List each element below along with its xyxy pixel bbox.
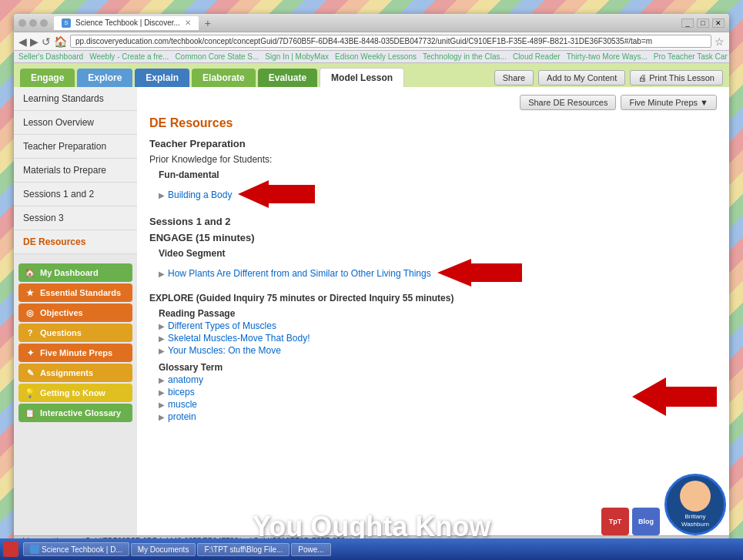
- five-minute-preps-button[interactable]: Five Minute Preps ▼: [621, 95, 717, 110]
- tab-evaluate[interactable]: Evaluate: [258, 69, 317, 87]
- home-icon[interactable]: 🏠: [54, 35, 67, 48]
- blog-badge[interactable]: Blog: [632, 508, 660, 535]
- browser-tab[interactable]: S Science Techbook | Discover... ✕: [54, 16, 199, 30]
- sidebar-btn-assignments[interactable]: ✎ Assignments: [18, 364, 132, 382]
- bookmark-protask[interactable]: Pro Teacher Task Car: [654, 52, 728, 61]
- new-tab-icon[interactable]: +: [205, 17, 211, 29]
- window-minimize-icon[interactable]: _: [681, 18, 694, 28]
- print-button[interactable]: 🖨 Print This Lesson: [630, 70, 723, 86]
- dropdown-arrow-icon: ▼: [700, 98, 708, 107]
- fundamental-block: Fun-damental ▶ Building a Body: [159, 169, 717, 208]
- taskbar-tpt-stuff[interactable]: F:\TPT stuff\Blog File...: [197, 543, 290, 556]
- window-close-icon[interactable]: ✕: [712, 18, 725, 28]
- content-area: Share DE Resources Five Minute Preps ▼ D…: [137, 87, 729, 535]
- teacher-preparation-heading: Teacher Preparation: [149, 138, 717, 149]
- tab-elaborate[interactable]: Elaborate: [192, 69, 256, 87]
- engage-label: ENGAGE (15 minutes): [149, 232, 717, 243]
- link-arrow-icon: ▶: [159, 191, 165, 200]
- reading-link-0[interactable]: ▶ Different Types of Muscles: [159, 320, 717, 331]
- video-link[interactable]: ▶ How Plants Are Different from and Simi…: [159, 268, 431, 279]
- close-dot[interactable]: [18, 19, 26, 27]
- sidebar-item-lesson-overview[interactable]: Lesson Overview: [14, 111, 137, 135]
- tab-explain[interactable]: Explain: [135, 69, 189, 87]
- tab-close-icon[interactable]: ✕: [185, 18, 191, 27]
- add-to-my-content-button[interactable]: Add to My Content: [538, 70, 625, 86]
- tab-icon: S: [62, 18, 71, 28]
- bookmark-weebly[interactable]: Weebly - Create a fre...: [89, 52, 169, 61]
- minimize-dot[interactable]: [29, 19, 37, 27]
- avatar-badge: Brittany Washburn: [664, 474, 726, 535]
- reading-link-1[interactable]: ▶ Skeletal Muscles-Move That Body!: [159, 333, 717, 344]
- video-link-arrow-icon: ▶: [159, 270, 165, 278]
- sidebar-item-de-resources[interactable]: DE Resources: [14, 230, 137, 254]
- glossary-link-3[interactable]: ▶ protein: [159, 411, 626, 422]
- sessions-heading: Sessions 1 and 2: [149, 216, 717, 227]
- sidebar-btn-getting-to-know[interactable]: 💡 Getting to Know: [18, 384, 132, 402]
- glossary-arrow-3: ▶: [159, 413, 165, 421]
- sidebar-btn-essential-standards[interactable]: ★ Essential Standards: [18, 283, 132, 302]
- nav-tabs-bar: Engage Explore Explain Elaborate Evaluat…: [14, 63, 729, 87]
- glossary-link-1[interactable]: ▶ biceps: [159, 387, 626, 397]
- taskbar-science-techbook[interactable]: Science Techbook | D...: [23, 542, 129, 556]
- avatar-name-line2: Washburn: [681, 521, 709, 528]
- red-arrow-3: [632, 377, 717, 416]
- tab-explore[interactable]: Explore: [77, 69, 132, 87]
- reading-arrow-1: ▶: [159, 334, 165, 343]
- taskbar-my-documents[interactable]: My Documents: [131, 543, 196, 556]
- avatar-name-line1: Brittany: [684, 513, 705, 521]
- gettingto-icon: 💡: [25, 387, 35, 398]
- sidebar: Learning Standards Lesson Overview Teach…: [14, 87, 137, 535]
- reading-passage-block: Reading Passage ▶ Different Types of Mus…: [159, 308, 717, 356]
- sidebar-btn-questions[interactable]: ? Questions: [18, 324, 132, 342]
- tpt-badges: TpT Blog: [601, 508, 660, 535]
- bookmark-dashboard[interactable]: Seller's Dashboard: [18, 52, 83, 61]
- tab-engage[interactable]: Engage: [20, 69, 75, 87]
- video-segment-block: Video Segment ▶ How Plants Are Different…: [159, 248, 717, 287]
- bookmark-tech[interactable]: Technology in the Clas...: [423, 52, 507, 61]
- address-bar[interactable]: pp.discoveryeducation.com/techbook/conce…: [70, 35, 711, 48]
- content-topbar: Share DE Resources Five Minute Preps ▼: [149, 95, 717, 110]
- glossary-term-label: Glossary Term: [159, 362, 626, 373]
- bookmark-edison[interactable]: Edison Weekly Lessons: [335, 52, 417, 61]
- svg-marker-1: [437, 259, 522, 287]
- fivemin-icon: ✦: [25, 347, 35, 358]
- maximize-dot[interactable]: [40, 19, 48, 27]
- sidebar-item-teacher-preparation[interactable]: Teacher Preparation: [14, 135, 137, 159]
- red-arrow-2: [437, 259, 522, 287]
- glossary-arrow-0: ▶: [159, 376, 165, 384]
- sidebar-item-sessions-1-2[interactable]: Sessions 1 and 2: [14, 183, 137, 206]
- sidebar-item-learning-standards[interactable]: Learning Standards: [14, 87, 137, 111]
- tab-model-lesson[interactable]: Model Lesson: [320, 68, 404, 87]
- essential-icon: ★: [25, 287, 35, 298]
- taskbar-powerpoint[interactable]: Powe...: [291, 543, 330, 556]
- sidebar-btn-objectives[interactable]: ◎ Objectives: [18, 303, 132, 322]
- glossary-link-0[interactable]: ▶ anatomy: [159, 374, 626, 385]
- sidebar-btn-my-dashboard[interactable]: 🏠 My Dashboard: [18, 263, 132, 282]
- sidebar-btn-five-minute-preps[interactable]: ✦ Five Minute Preps: [18, 344, 132, 362]
- forward-icon[interactable]: ▶: [30, 35, 38, 48]
- reading-link-2[interactable]: ▶ Your Muscles: On the Move: [159, 345, 717, 356]
- sidebar-btn-interactive-glossary[interactable]: 📋 Interactive Glossary: [18, 404, 132, 422]
- glossary-arrow-1: ▶: [159, 388, 165, 397]
- tpt-badge[interactable]: TpT: [601, 508, 629, 535]
- building-a-body-link[interactable]: ▶ Building a Body: [159, 189, 232, 200]
- back-icon[interactable]: ◀: [18, 35, 27, 48]
- prior-knowledge-label: Prior Knowledge for Students:: [149, 154, 717, 165]
- questions-icon: ?: [25, 327, 35, 338]
- bookmark-moby[interactable]: Sign In | MobyMax: [265, 52, 329, 61]
- window-maximize-icon[interactable]: □: [697, 18, 709, 28]
- video-segment-label: Video Segment: [159, 248, 717, 259]
- sidebar-item-session-3[interactable]: Session 3: [14, 206, 137, 230]
- share-button[interactable]: Share: [494, 70, 534, 86]
- start-button[interactable]: [3, 542, 18, 557]
- dashboard-icon: 🏠: [25, 267, 35, 278]
- bookmark-ccss[interactable]: Common Core State S...: [175, 52, 259, 61]
- glossary-link-2[interactable]: ▶ muscle: [159, 399, 626, 410]
- share-de-resources-button[interactable]: Share DE Resources: [520, 95, 616, 110]
- bookmark-cloud[interactable]: Cloud Reader: [513, 52, 561, 61]
- star-icon[interactable]: ☆: [715, 35, 725, 48]
- bookmark-thirtytwo[interactable]: Thirty-two More Ways...: [567, 52, 648, 61]
- sidebar-item-materials-to-prepare[interactable]: Materials to Prepare: [14, 159, 137, 183]
- browser-titlebar: S Science Techbook | Discover... ✕ + _ □…: [14, 14, 729, 32]
- refresh-icon[interactable]: ↺: [42, 35, 51, 48]
